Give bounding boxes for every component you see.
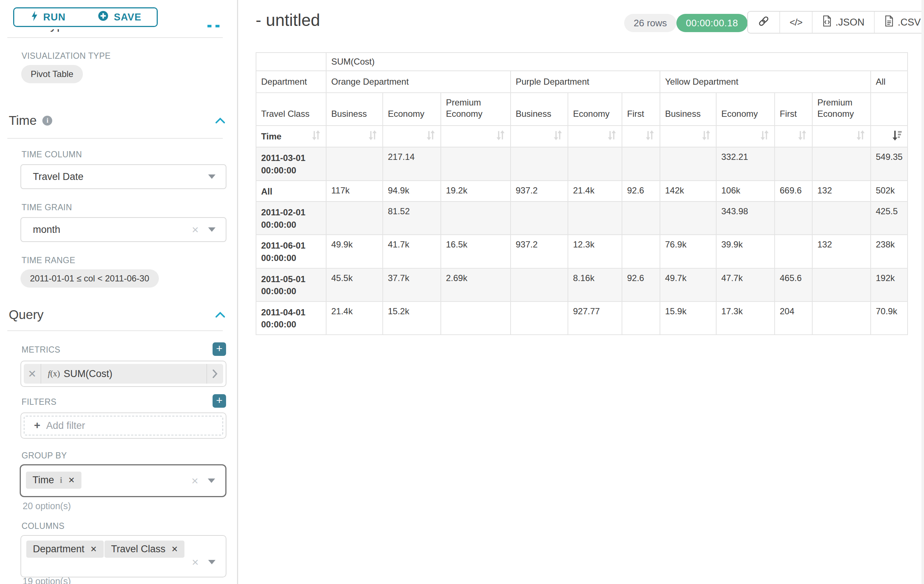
sort-icon[interactable] bbox=[701, 130, 711, 143]
pivot-cell bbox=[622, 301, 660, 335]
time-column-select[interactable]: Travel Date bbox=[20, 164, 226, 189]
pivot-cell: 549.35 bbox=[871, 147, 908, 180]
pivot-cell: 21.4k bbox=[568, 181, 622, 202]
sort-icon[interactable] bbox=[368, 130, 378, 143]
remove-tag-icon[interactable]: ✕ bbox=[171, 545, 178, 554]
pivot-sort-row: Time bbox=[256, 125, 908, 147]
time-range-value[interactable]: 2011-01-01 ≤ col < 2011-06-30 bbox=[20, 269, 159, 288]
pivot-cell bbox=[326, 201, 383, 235]
pivot-cell: 15.2k bbox=[383, 301, 441, 335]
run-button[interactable]: RUN bbox=[14, 8, 82, 26]
pivot-column-group-header: Orange Department bbox=[326, 71, 511, 93]
save-button[interactable]: SAVE bbox=[82, 8, 157, 26]
pivot-row-label: All bbox=[256, 181, 326, 202]
pivot-cell: 70.9k bbox=[871, 301, 908, 335]
export-csv-button[interactable]: .CSV bbox=[875, 12, 924, 33]
file-text-icon bbox=[884, 15, 894, 29]
sort-desc-icon[interactable] bbox=[892, 130, 903, 143]
pivot-column-header: Economy bbox=[716, 93, 775, 125]
lightning-bolt-icon bbox=[31, 11, 38, 24]
chart-title[interactable]: - untitled bbox=[256, 10, 320, 30]
column-tag[interactable]: Department ✕ bbox=[26, 541, 104, 558]
pivot-row-dim-time: Time bbox=[256, 125, 326, 147]
sort-icon[interactable] bbox=[607, 130, 617, 143]
sort-icon[interactable] bbox=[496, 130, 505, 143]
info-icon[interactable]: i bbox=[42, 116, 52, 125]
sort-icon[interactable] bbox=[797, 130, 807, 143]
clear-icon[interactable]: × bbox=[192, 224, 199, 235]
pivot-cell: 21.4k bbox=[326, 301, 383, 335]
pivot-row-label: 2011-04-01 00:00:00 bbox=[256, 301, 326, 335]
pivot-column-header: First bbox=[775, 93, 812, 125]
pivot-cell bbox=[812, 201, 871, 235]
pivot-cell: 343.98 bbox=[716, 201, 775, 235]
chevron-up-icon[interactable] bbox=[215, 117, 226, 125]
pivot-column-group-header: Purple Department bbox=[511, 71, 660, 93]
pivot-cell: 49.9k bbox=[326, 235, 383, 268]
pivot-cell bbox=[568, 201, 622, 235]
info-icon[interactable]: i bbox=[60, 475, 62, 485]
pivot-cell bbox=[441, 201, 511, 235]
section-divider bbox=[7, 138, 223, 139]
clear-icon[interactable]: × bbox=[191, 475, 198, 487]
pivot-column-header: Business bbox=[660, 93, 716, 125]
time-grain-label: TIME GRAIN bbox=[21, 202, 72, 212]
remove-metric-icon[interactable]: ✕ bbox=[24, 364, 41, 383]
group-by-select[interactable]: Time i ✕ × bbox=[20, 464, 226, 497]
sort-icon[interactable] bbox=[645, 130, 655, 143]
pivot-metric-header: SUM(Cost) bbox=[326, 53, 908, 71]
add-metric-button[interactable] bbox=[213, 342, 226, 356]
pivot-row-label: 2011-05-01 00:00:00 bbox=[256, 268, 326, 301]
group-by-tag[interactable]: Time i ✕ bbox=[26, 472, 81, 489]
pivot-cell: 937.2 bbox=[511, 181, 568, 202]
remove-tag-icon[interactable]: ✕ bbox=[68, 475, 74, 485]
sort-icon[interactable] bbox=[311, 130, 321, 143]
column-tag[interactable]: Travel Class ✕ bbox=[104, 541, 185, 558]
run-save-button-group: RUN SAVE bbox=[13, 7, 158, 27]
chevron-right-icon[interactable] bbox=[206, 364, 223, 383]
visualization-type-value[interactable]: Pivot Table bbox=[21, 65, 83, 83]
pivot-corner-cell bbox=[256, 53, 326, 71]
chevron-up-icon[interactable] bbox=[215, 311, 226, 320]
caret-down-icon bbox=[208, 560, 216, 564]
query-timer-badge: 00:00:00.18 bbox=[676, 14, 747, 32]
sort-icon[interactable] bbox=[856, 130, 866, 143]
pivot-cell: 37.7k bbox=[383, 268, 441, 301]
sort-icon[interactable] bbox=[426, 130, 436, 143]
pivot-cell bbox=[511, 147, 568, 180]
pivot-cell: 669.6 bbox=[775, 181, 812, 202]
pivot-cell: 16.5k bbox=[441, 235, 511, 268]
columns-label: COLUMNS bbox=[21, 521, 64, 531]
pivot-row-label: 2011-06-01 00:00:00 bbox=[256, 235, 326, 268]
pivot-table: SUM(Cost)DepartmentOrange DepartmentPurp… bbox=[256, 52, 908, 335]
time-grain-select[interactable]: month × bbox=[20, 217, 226, 242]
metric-chip[interactable]: ✕ f(x) SUM(Cost) bbox=[24, 364, 223, 383]
pivot-sort-cell bbox=[716, 125, 775, 147]
scrollbar-track[interactable] bbox=[921, 0, 924, 584]
filters-label: FILTERS bbox=[21, 397, 57, 407]
remove-tag-icon[interactable]: ✕ bbox=[90, 545, 97, 554]
export-json-button[interactable]: .JSON bbox=[813, 12, 875, 33]
pivot-column-header: First bbox=[622, 93, 660, 125]
columns-select[interactable]: Department ✕ Travel Class ✕ × bbox=[20, 535, 226, 577]
caret-down-icon bbox=[208, 227, 216, 232]
pivot-cell: 15.9k bbox=[660, 301, 716, 335]
pivot-cell: 19.2k bbox=[441, 181, 511, 202]
view-query-button[interactable]: </> bbox=[780, 12, 813, 33]
add-filter-plus-button[interactable] bbox=[213, 394, 226, 408]
pivot-cell: 2.69k bbox=[441, 268, 511, 301]
time-range-label: TIME RANGE bbox=[21, 255, 75, 265]
sort-icon[interactable] bbox=[760, 130, 769, 143]
group-by-option-count: 20 option(s) bbox=[23, 501, 71, 512]
pivot-column-header: Premium Economy bbox=[812, 93, 871, 125]
section-divider bbox=[7, 37, 223, 38]
function-icon: f(x) bbox=[48, 369, 60, 378]
share-link-button[interactable] bbox=[748, 12, 780, 33]
clear-icon[interactable]: × bbox=[192, 556, 199, 568]
add-filter-button[interactable]: + Add filter bbox=[24, 416, 223, 436]
pivot-cell: 45.5k bbox=[326, 268, 383, 301]
section-divider bbox=[7, 330, 223, 331]
clipped-icon-fragment bbox=[208, 25, 211, 27]
pivot-header-row: Travel ClassBusinessEconomyPremium Econo… bbox=[256, 93, 908, 125]
sort-icon[interactable] bbox=[553, 130, 563, 143]
